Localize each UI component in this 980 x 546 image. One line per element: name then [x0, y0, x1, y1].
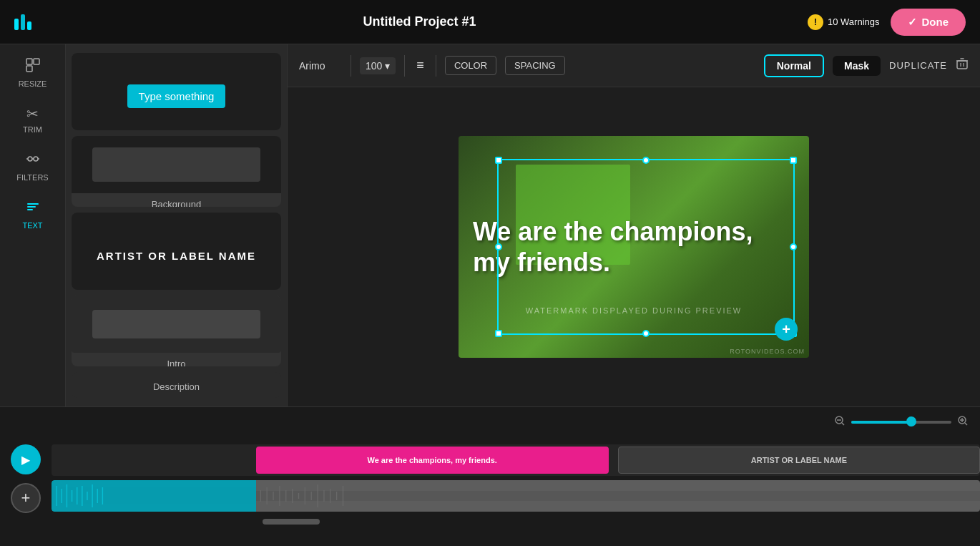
logo-icon — [14, 14, 31, 30]
description-label: Description — [147, 376, 205, 398]
font-selector[interactable]: Arimo — [299, 60, 342, 72]
timeline-clip-champions[interactable]: We are the champions, my friends. — [256, 447, 609, 474]
type-something-box: Type something — [127, 84, 226, 108]
resize-icon — [25, 57, 41, 77]
intro-preview — [72, 296, 281, 353]
svg-rect-9 — [27, 206, 36, 208]
handle-tl[interactable] — [495, 157, 502, 164]
panel: Type something Background ARTIST OR LABE… — [66, 44, 288, 406]
done-button[interactable]: ✓ Done — [891, 9, 966, 36]
delete-button[interactable] — [956, 57, 969, 74]
background-preview — [72, 136, 281, 193]
handle-tm[interactable] — [642, 157, 650, 164]
scroll-indicator — [52, 516, 980, 527]
svg-rect-8 — [27, 203, 39, 205]
panel-card-artist[interactable]: ARTIST OR LABEL NAME — [72, 213, 281, 290]
divider-2 — [404, 55, 405, 77]
timeline-tracks: We are the champions, my friends. ARTIST… — [52, 437, 980, 546]
timeline-main: ▶ + We are the champions, my friends. AR… — [0, 437, 980, 546]
sidebar-item-resize[interactable]: RESIZE — [5, 50, 61, 95]
topbar-right: ! 10 Warnings ✓ Done — [808, 9, 966, 36]
timeline-clip-artist[interactable]: ARTIST OR LABEL NAME — [618, 447, 980, 474]
panel-card-background[interactable]: Background — [72, 136, 281, 208]
handle-mr[interactable] — [790, 243, 797, 250]
color-button[interactable]: COLOR — [445, 56, 496, 75]
divider-1 — [351, 55, 351, 77]
panel-card-intro[interactable]: Intro — [72, 296, 281, 367]
video-frame: We are the champions, my friends. WATERM… — [459, 136, 809, 358]
toolbar: Arimo 100 ▾ ≡ COLOR SPACING Normal Mask … — [288, 44, 980, 87]
divider-3 — [436, 55, 436, 77]
play-icon: ▶ — [21, 453, 30, 467]
sidebar-item-filters-label: FILTERS — [16, 173, 48, 182]
zoom-in-icon[interactable] — [957, 415, 969, 429]
sidebar-item-filters[interactable]: FILTERS — [5, 144, 61, 189]
waveform-right — [256, 480, 980, 512]
svg-rect-10 — [27, 209, 33, 210]
main-area: RESIZE ✂ TRIM FILTERS — [0, 44, 980, 406]
svg-rect-2 — [26, 66, 32, 72]
watermark-text: WATERMARK DISPLAYED DURING PREVIEW — [459, 306, 809, 315]
zoom-thumb[interactable] — [906, 416, 916, 426]
font-size-selector[interactable]: 100 ▾ — [360, 57, 396, 74]
size-chevron: ▾ — [385, 60, 390, 72]
svg-rect-1 — [34, 59, 39, 64]
waveform-left — [52, 480, 256, 512]
type-something-text: Type something — [139, 90, 215, 102]
font-size-value: 100 — [366, 60, 382, 72]
clip-champions-label: We are the champions, my friends. — [367, 456, 496, 464]
svg-point-4 — [34, 157, 38, 161]
filters-icon — [25, 151, 41, 170]
background-label: Background — [72, 193, 281, 208]
svg-rect-11 — [957, 61, 967, 69]
duplicate-button[interactable]: DUPLICATE — [889, 60, 947, 71]
align-button[interactable]: ≡ — [413, 55, 427, 76]
sidebar-item-text-label: TEXT — [22, 221, 42, 230]
svg-point-3 — [28, 157, 32, 161]
warnings-text: 10 Warnings — [828, 16, 880, 27]
warning-icon: ! — [808, 14, 823, 30]
clip-artist-label: ARTIST OR LABEL NAME — [751, 456, 847, 464]
svg-line-17 — [842, 423, 844, 425]
timeline: ▶ + We are the champions, my friends. AR… — [0, 406, 980, 546]
project-title: Untitled Project #1 — [363, 14, 476, 29]
done-label: Done — [921, 16, 949, 28]
svg-rect-34 — [256, 491, 980, 501]
add-track-icon: + — [21, 489, 31, 507]
add-track-button[interactable]: + — [11, 483, 41, 513]
sidebar-item-resize-label: RESIZE — [19, 79, 47, 88]
sidebar-item-text[interactable]: TEXT — [5, 192, 61, 237]
mask-button[interactable]: Mask — [833, 56, 881, 76]
timeline-controls — [0, 407, 980, 437]
handle-bl[interactable] — [495, 330, 502, 337]
handle-bm[interactable] — [642, 330, 650, 337]
type-something-preview: Type something — [72, 53, 281, 130]
panel-card-description[interactable]: Description — [72, 372, 281, 398]
sidebar-item-trim-label: TRIM — [23, 125, 42, 134]
trim-icon: ✂ — [26, 105, 39, 122]
artist-preview: ARTIST OR LABEL NAME — [72, 213, 281, 290]
sidebar-item-trim[interactable]: ✂ TRIM — [5, 98, 61, 141]
logo — [14, 14, 31, 30]
spacing-button[interactable]: SPACING — [505, 56, 565, 75]
handle-ml[interactable] — [495, 243, 502, 250]
text-icon — [25, 199, 41, 218]
scroll-bar[interactable] — [263, 519, 320, 525]
timeline-left: ▶ + — [0, 437, 52, 546]
done-check-icon: ✓ — [908, 16, 917, 29]
zoom-slider[interactable] — [851, 421, 951, 424]
panel-card-type-something[interactable]: Type something — [72, 53, 281, 130]
zoom-out-icon[interactable] — [834, 415, 846, 429]
add-button[interactable]: + — [775, 318, 798, 341]
warnings-badge[interactable]: ! 10 Warnings — [808, 14, 880, 30]
normal-button[interactable]: Normal — [764, 54, 824, 77]
intro-label: Intro — [72, 353, 281, 367]
topbar: Untitled Project #1 ! 10 Warnings ✓ Done — [0, 0, 980, 44]
sidebar: RESIZE ✂ TRIM FILTERS — [0, 44, 66, 406]
handle-tr[interactable] — [790, 157, 797, 164]
play-button[interactable]: ▶ — [11, 444, 41, 474]
canvas-area: Arimo 100 ▾ ≡ COLOR SPACING Normal Mask … — [288, 44, 980, 406]
text-track-row: We are the champions, my friends. ARTIST… — [52, 444, 980, 476]
zoom-fill — [851, 421, 911, 424]
audio-track-row — [52, 480, 980, 512]
